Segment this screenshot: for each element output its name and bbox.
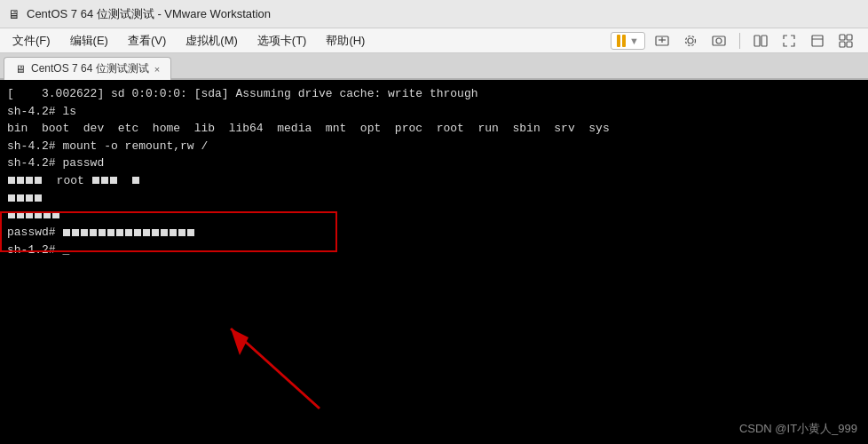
windowed-icon: [809, 33, 825, 49]
menu-tabs[interactable]: 选项卡(T): [249, 30, 316, 52]
svg-line-15: [231, 329, 320, 408]
view-button[interactable]: [749, 31, 772, 51]
unity-icon: [838, 33, 854, 49]
ctrl-alt-del-icon: [654, 33, 670, 49]
gear-icon: [683, 33, 698, 49]
arrow-annotation: [178, 311, 355, 417]
menu-vm[interactable]: 虚拟机(M): [177, 30, 247, 52]
menu-edit[interactable]: 编辑(E): [61, 30, 117, 52]
terminal-line-9: passwd#: [7, 224, 861, 242]
app-icon: 🖥: [7, 7, 21, 21]
terminal-line-7: [7, 189, 861, 207]
svg-rect-7: [754, 36, 760, 46]
svg-rect-14: [847, 42, 852, 47]
toolbar: ▼: [611, 31, 857, 51]
svg-rect-9: [812, 36, 823, 46]
pause-dropdown-arrow: ▼: [629, 36, 639, 46]
window-title: CentOS 7 64 位测试测试 - VMware Workstation: [27, 6, 271, 22]
unity-button[interactable]: [834, 31, 857, 51]
view-icon: [753, 33, 769, 49]
windowed-button[interactable]: [806, 31, 829, 51]
pause-button[interactable]: ▼: [611, 32, 645, 50]
svg-point-4: [686, 36, 696, 45]
svg-marker-16: [231, 329, 249, 355]
settings-button[interactable]: [679, 31, 702, 51]
svg-point-6: [716, 38, 722, 44]
send-ctrl-alt-del-button[interactable]: [651, 31, 674, 51]
snapshot-icon: [711, 33, 727, 49]
tab-close-button[interactable]: ×: [154, 64, 160, 75]
fullscreen-icon: [781, 33, 797, 49]
terminal-line-3: bin boot dev etc home lib lib64 media mn…: [7, 120, 861, 138]
menu-view[interactable]: 查看(V): [119, 30, 175, 52]
terminal-line-1: [ 3.002622] sd 0:0:0:0: [sda] Assuming d…: [7, 85, 861, 103]
menu-help[interactable]: 帮助(H): [317, 30, 374, 52]
tab-icon: 🖥: [15, 63, 26, 75]
menu-file[interactable]: 文件(F): [4, 30, 59, 52]
snapshot-button[interactable]: [707, 31, 730, 51]
menu-bar: 文件(F) 编辑(E) 查看(V) 虚拟机(M) 选项卡(T) 帮助(H) ▼: [0, 28, 868, 53]
pause-icon: [617, 35, 626, 47]
svg-rect-8: [761, 36, 767, 46]
title-bar: 🖥 CentOS 7 64 位测试测试 - VMware Workstation: [0, 0, 868, 28]
tab-bar: 🖥 CentOS 7 64 位测试测试 ×: [0, 53, 868, 80]
terminal-line-10: sh-1.2# _: [7, 242, 861, 259]
svg-point-3: [688, 38, 693, 44]
terminal-line-6: root: [7, 172, 861, 190]
terminal-line-5: sh-4.2# passwd: [7, 155, 861, 172]
terminal-line-4: sh-4.2# mount -o remount,rw /: [7, 138, 861, 155]
tab-label: CentOS 7 64 位测试测试: [31, 61, 149, 76]
svg-rect-12: [847, 35, 852, 40]
fullscreen-button[interactable]: [777, 31, 801, 51]
svg-rect-13: [840, 42, 845, 47]
toolbar-divider: [739, 33, 740, 49]
terminal[interactable]: [ 3.002622] sd 0:0:0:0: [sda] Assuming d…: [0, 80, 868, 444]
watermark: CSDN @IT小黄人_999: [739, 420, 857, 438]
vm-tab[interactable]: 🖥 CentOS 7 64 位测试测试 ×: [4, 57, 171, 80]
terminal-line-8: [7, 207, 861, 225]
terminal-line-2: sh-4.2# ls: [7, 103, 861, 121]
svg-rect-11: [840, 35, 845, 40]
